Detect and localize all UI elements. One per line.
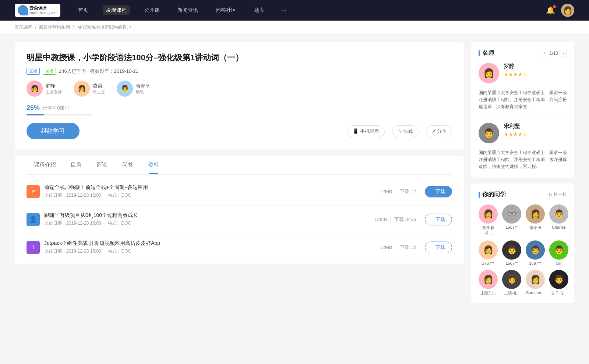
teachers: 👩 罗静 主讲老师 👩 凌荷 班主任 👨 青青平 bbox=[27, 81, 452, 97]
next-page-button[interactable]: › bbox=[560, 50, 567, 57]
tag-record: 录播 bbox=[43, 68, 56, 75]
nav-items: 首页 发现课程 公开课 新闻资讯 问答社区 题库 ··· bbox=[75, 6, 546, 15]
teachers-card: 名师 ‹ 1/10 › 👩 罗静 ★★★★☆ 国内某重点大学安全工程专业硕士，国… bbox=[471, 42, 574, 178]
classmate-10-avatar: 👩 bbox=[502, 270, 521, 289]
download-button-2[interactable]: ↑ 下载 bbox=[425, 214, 452, 225]
nav-news[interactable]: 新闻资讯 bbox=[174, 6, 201, 15]
tag-live: 直播 bbox=[27, 68, 40, 75]
progress-bar-fill bbox=[27, 114, 44, 115]
classmate-6[interactable]: 👨 1567** bbox=[502, 240, 521, 265]
nav-more[interactable]: ··· bbox=[279, 6, 289, 15]
sidebar-teacher-1: 👩 罗静 ★★★★☆ bbox=[479, 63, 567, 83]
download-button-3[interactable]: ↑ 下载 bbox=[425, 242, 452, 253]
tab-qa[interactable]: 问答 bbox=[115, 156, 141, 174]
classmate-8-name: Bill bbox=[556, 261, 562, 265]
sidebar-teacher-1-avatar: 👩 bbox=[479, 63, 499, 83]
breadcrumb-current: 销冠修炼术搞定80%的客户 bbox=[78, 25, 131, 30]
teacher-2-name: 凌荷 bbox=[93, 83, 105, 89]
classmate-9[interactable]: 👩 上院能... bbox=[479, 270, 498, 296]
progress-bar-bg bbox=[27, 114, 93, 115]
teachers-card-header: 名师 ‹ 1/10 › bbox=[479, 49, 567, 57]
classmates-card: 你的同学 ↻ 换一换 👩 化学教书... 👓 1567** 👩 张小田 bbox=[471, 183, 574, 303]
file-info-2: 跟随千万级项目从0到100全过程高效成长 上传日期：2019-12-28 16:… bbox=[44, 212, 374, 226]
classmate-2[interactable]: 👓 1567** bbox=[502, 204, 521, 236]
bell-button[interactable]: 🔔 bbox=[546, 6, 555, 15]
file-name-3: Jetpack全组件实战 开发短视频应用高仿皮皮虾App bbox=[44, 240, 380, 247]
nav-right: 🔔 👩 bbox=[546, 4, 574, 17]
breadcrumb-series[interactable]: 新媒体营销系列 bbox=[39, 25, 70, 30]
classmate-10[interactable]: 👩 上院梅... bbox=[502, 270, 521, 296]
classmate-3-avatar: 👩 bbox=[526, 204, 545, 224]
classmate-5[interactable]: 👩 1767** bbox=[479, 240, 498, 265]
breadcrumb-discover[interactable]: 发现课程 bbox=[15, 25, 32, 30]
teacher-3-avatar: 👨 bbox=[117, 81, 133, 97]
action-buttons: 📱 手机观看 ☆ 收藏 ↗ 分享 bbox=[347, 125, 452, 137]
classmate-11-avatar: 👩 bbox=[526, 270, 545, 289]
classmate-9-name: 上院能... bbox=[480, 290, 496, 296]
sidebar-teacher-1-info: 罗静 ★★★★☆ bbox=[504, 63, 567, 83]
teacher-3: 👨 青青平 助教 bbox=[117, 81, 150, 97]
classmate-8-avatar: 👨 bbox=[549, 240, 568, 260]
file-meta-2: 上传日期：2019-12-28 16:00 格式：DOC bbox=[44, 220, 374, 226]
user-avatar[interactable]: 👩 bbox=[561, 4, 574, 17]
sidebar-teacher-1-stars: ★★★★☆ bbox=[504, 71, 567, 77]
pagination: ‹ 1/10 › bbox=[541, 50, 567, 57]
sidebar-teacher-2-name: 宋利坚 bbox=[504, 123, 567, 130]
nav-open[interactable]: 公开课 bbox=[141, 6, 163, 15]
classmate-3[interactable]: 👩 张小田 bbox=[526, 204, 545, 236]
progress-section: 26% 已学习0课时 bbox=[27, 104, 452, 115]
sidebar-teacher-1-desc: 国内某重点大学安全工程专业硕士，国家一级注册消防工程师、注册安全工程师、高级注册… bbox=[479, 89, 567, 111]
classmate-12-name: 云子书... bbox=[551, 290, 567, 296]
classmate-4[interactable]: 👨 Charles bbox=[549, 204, 568, 236]
logo-text: 云朵课堂 bbox=[29, 6, 57, 11]
tab-catalog[interactable]: 目录 bbox=[63, 156, 89, 174]
classmate-5-name: 1767** bbox=[482, 261, 494, 265]
teacher-3-role: 助教 bbox=[136, 89, 150, 95]
classmate-1[interactable]: 👩 化学教书... bbox=[479, 204, 498, 236]
page-info: 1/10 bbox=[550, 51, 558, 56]
prev-page-button[interactable]: ‹ bbox=[541, 50, 548, 57]
sidebar-teacher-2-desc: 国内某重点大学安全工程专业硕士，国家一级注册消防工程师、注册安全工程师、级注册建… bbox=[479, 149, 567, 171]
file-icon-3: T bbox=[27, 241, 40, 254]
file-stats-3: 12MB ｜ 下载 12 bbox=[380, 244, 416, 251]
notification-dot bbox=[553, 5, 556, 8]
classmate-11[interactable]: 👩 Summer... bbox=[526, 270, 545, 296]
classmates-title: 你的同学 bbox=[479, 191, 506, 199]
file-stats-1: 12MB ｜ 下载 12 bbox=[380, 188, 416, 195]
tab-review[interactable]: 评论 bbox=[89, 156, 115, 174]
tab-intro[interactable]: 课程介绍 bbox=[27, 156, 63, 174]
classmate-1-name: 化学教书... bbox=[479, 225, 498, 236]
file-name-2: 跟随千万级项目从0到100全过程高效成长 bbox=[44, 212, 374, 219]
classmate-1-avatar: 👩 bbox=[479, 204, 498, 224]
file-item: 👤 跟随千万级项目从0到100全过程高效成长 上传日期：2019-12-28 1… bbox=[27, 206, 452, 233]
classmate-7[interactable]: 👨 1867** bbox=[526, 240, 545, 265]
download-button-1[interactable]: ↑ 下载 bbox=[425, 186, 452, 197]
nav-qa[interactable]: 问答社区 bbox=[213, 6, 239, 15]
classmate-10-name: 上院梅... bbox=[504, 290, 519, 296]
classmate-6-avatar: 👨 bbox=[502, 240, 521, 260]
tabs: 课程介绍 目录 评论 问答 资料 bbox=[27, 156, 452, 175]
share-button[interactable]: ↗ 分享 bbox=[426, 125, 452, 137]
refresh-button[interactable]: ↻ 换一换 bbox=[549, 192, 567, 198]
teacher-2: 👩 凌荷 班主任 bbox=[74, 81, 105, 97]
continue-button[interactable]: 继续学习 bbox=[27, 123, 80, 139]
nav-home[interactable]: 首页 bbox=[75, 6, 91, 15]
tab-materials[interactable]: 资料 bbox=[141, 156, 166, 174]
tabs-section: 课程介绍 目录 评论 问答 资料 P 前端全栈加强版！前端全栈+全周期+多端应用… bbox=[15, 156, 464, 264]
classmate-12[interactable]: 👨 云子书... bbox=[549, 270, 568, 296]
refresh-icon: ↻ bbox=[549, 192, 552, 197]
classmate-8[interactable]: 👨 Bill bbox=[549, 240, 568, 265]
sidebar-teacher-2: 👨 宋利坚 ★★★★☆ bbox=[479, 123, 567, 143]
mobile-watch-button[interactable]: 📱 手机观看 bbox=[347, 125, 385, 137]
nav-quiz[interactable]: 题库 bbox=[251, 6, 267, 15]
divider bbox=[479, 117, 567, 117]
sidebar-teacher-2-stars: ★★★★☆ bbox=[504, 131, 567, 137]
logo[interactable]: 云朵课堂 yundouketang.com bbox=[15, 4, 60, 17]
course-meta: 246人已学习 · 有效期至：2019-10-21 bbox=[59, 68, 138, 75]
classmate-9-avatar: 👩 bbox=[479, 270, 498, 289]
collect-button[interactable]: ☆ 收藏 bbox=[392, 125, 419, 137]
main-layout: 明星中教授课，小学阶段语法100分–强化级第1讲动词（一） 直播 录播 246人… bbox=[0, 35, 589, 317]
file-name-1: 前端全栈加强版！前端全栈+全周期+多端应用 bbox=[44, 184, 380, 191]
teacher-1-role: 主讲老师 bbox=[46, 89, 62, 95]
nav-discover[interactable]: 发现课程 bbox=[103, 6, 130, 15]
